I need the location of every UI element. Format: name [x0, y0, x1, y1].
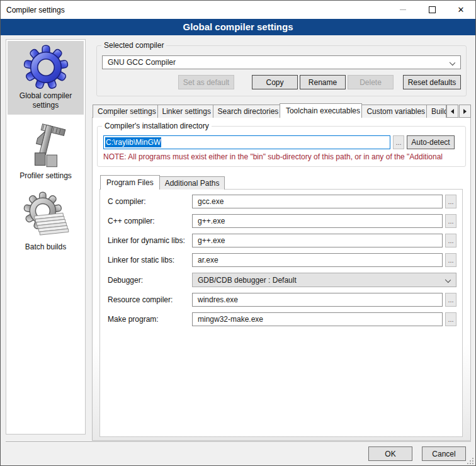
reset-defaults-button[interactable]: Reset defaults [403, 75, 461, 89]
sidebar-item-label: Profiler settings [20, 171, 72, 181]
tab-scroll-left-button[interactable] [446, 105, 458, 118]
close-icon: ✕ [458, 6, 465, 14]
compiler-select-value: GNU GCC Compiler [108, 58, 176, 67]
tab-search-directories[interactable]: Search directories [213, 105, 280, 118]
resource-compiler-browse-button[interactable]: ... [445, 293, 456, 307]
tab-build-options[interactable]: Build options [426, 105, 446, 118]
installation-directory-group: Compiler's installation directory C:\ray… [97, 126, 466, 167]
tab-additional-paths[interactable]: Additional Paths [159, 176, 225, 190]
c-compiler-label: C compiler: [106, 197, 192, 206]
close-button[interactable]: ✕ [446, 1, 475, 19]
maximize-button[interactable] [417, 1, 446, 19]
arrow-left-icon [451, 109, 454, 114]
cpp-compiler-label: C++ compiler: [106, 217, 192, 225]
sidebar-item-global-compiler-settings[interactable]: Global compiler settings [8, 41, 84, 115]
debugger-row: Debugger: GDB/CDB debugger : Default [106, 273, 456, 287]
debugger-select-value: GDB/CDB debugger : Default [198, 276, 297, 285]
window-title: Compiler settings [1, 6, 388, 14]
sidebar-item-label: Batch builds [25, 242, 66, 252]
linker-dynamic-browse-button[interactable]: ... [445, 234, 456, 247]
program-files-page: C compiler: gcc.exe ... C++ compiler: g+… [99, 189, 463, 437]
minimize-icon [400, 9, 406, 10]
delete-button[interactable]: Delete [348, 75, 394, 89]
title-bar: Compiler settings ✕ [1, 1, 475, 19]
compiler-settings-dialog: Compiler settings ✕ Global compiler sett… [0, 0, 476, 466]
sidebar-item-profiler-settings[interactable]: Profiler settings [6, 120, 85, 181]
sidebar-item-label: Global compiler settings [20, 91, 72, 110]
footer-separator [6, 441, 471, 443]
linker-dynamic-label: Linker for dynamic libs: [106, 236, 192, 245]
tab-program-files[interactable]: Program Files [100, 175, 160, 190]
make-program-input[interactable]: mingw32-make.exe [192, 312, 443, 326]
tab-compiler-settings[interactable]: Compiler settings [93, 105, 158, 118]
c-compiler-row: C compiler: gcc.exe ... [106, 195, 456, 208]
make-program-label: Make program: [106, 315, 192, 324]
linker-static-label: Linker for static libs: [106, 256, 192, 264]
linker-static-input[interactable]: ar.exe [192, 253, 443, 267]
cpp-compiler-input[interactable]: g++.exe [192, 214, 443, 228]
linker-static-browse-button[interactable]: ... [445, 253, 456, 267]
gray-gear-stack-icon [21, 191, 71, 242]
main-panel: Selected compiler GNU GCC Compiler Set a… [92, 38, 471, 441]
resource-compiler-input[interactable]: windres.exe [192, 293, 443, 307]
tab-custom-variables[interactable]: Custom variables [361, 105, 427, 118]
compiler-buttons-row: Set as default Copy Rename Delete Reset … [102, 75, 461, 89]
tab-toolchain-executables[interactable]: Toolchain executables [280, 103, 363, 118]
cpp-compiler-row: C++ compiler: g++.exe ... [106, 214, 456, 228]
note-text: NOTE: All programs must exist either in … [103, 152, 460, 161]
settings-sidebar: Global compiler settings [6, 39, 86, 435]
copy-button[interactable]: Copy [252, 75, 298, 89]
debugger-label: Debugger: [106, 276, 192, 285]
installation-directory-input[interactable]: C:\raylib\MinGW [103, 135, 390, 149]
installation-directory-value: C:\raylib\MinGW [105, 137, 161, 147]
rename-button[interactable]: Rename [300, 75, 346, 89]
chevron-down-icon [450, 60, 455, 65]
cpp-compiler-browse-button[interactable]: ... [445, 214, 456, 228]
c-compiler-input[interactable]: gcc.exe [192, 195, 443, 208]
installation-directory-row: C:\raylib\MinGW ... Auto-detect [103, 135, 460, 149]
programs-tab-strip: Program Files Additional Paths [100, 175, 470, 190]
c-compiler-browse-button[interactable]: ... [445, 195, 456, 208]
caliper-icon [24, 122, 68, 171]
installation-directory-browse-button[interactable]: ... [393, 135, 404, 149]
make-program-browse-button[interactable]: ... [445, 312, 456, 326]
compiler-select[interactable]: GNU GCC Compiler [102, 55, 461, 69]
linker-dynamic-row: Linker for dynamic libs: g++.exe ... [106, 234, 456, 247]
tab-scroll-buttons [446, 105, 471, 118]
toolchain-executables-page: Compiler's installation directory C:\ray… [92, 117, 471, 441]
tab-linker-settings[interactable]: Linker settings [157, 105, 213, 118]
minimize-button[interactable] [388, 1, 417, 19]
resource-compiler-label: Resource compiler: [106, 295, 192, 304]
set-as-default-button[interactable]: Set as default [178, 75, 234, 89]
make-program-row: Make program: mingw32-make.exe ... [106, 312, 456, 326]
settings-tab-strip: Compiler settings Linker settings Search… [92, 103, 471, 118]
ok-button[interactable]: OK [368, 446, 412, 461]
resource-compiler-row: Resource compiler: windres.exe ... [106, 293, 456, 307]
debugger-select[interactable]: GDB/CDB debugger : Default [192, 273, 456, 287]
arrow-right-icon [463, 109, 467, 114]
page-title: Global compiler settings [1, 19, 475, 35]
resize-grip[interactable] [466, 457, 475, 465]
tab-scroll-right-button[interactable] [459, 105, 471, 118]
auto-detect-button[interactable]: Auto-detect [407, 135, 455, 149]
selected-compiler-group: Selected compiler GNU GCC Compiler Set a… [96, 45, 467, 96]
chevron-down-icon [445, 277, 451, 283]
linker-static-row: Linker for static libs: ar.exe ... [106, 253, 456, 267]
maximize-icon [429, 6, 436, 13]
installation-directory-group-label: Compiler's installation directory [102, 122, 212, 130]
dialog-content: Global compiler settings [1, 35, 475, 466]
blue-gear-icon [23, 43, 69, 91]
selected-compiler-group-label: Selected compiler [101, 41, 166, 50]
linker-dynamic-input[interactable]: g++.exe [192, 234, 443, 247]
cancel-button[interactable]: Cancel [422, 446, 466, 461]
sidebar-item-batch-builds[interactable]: Batch builds [6, 188, 85, 252]
